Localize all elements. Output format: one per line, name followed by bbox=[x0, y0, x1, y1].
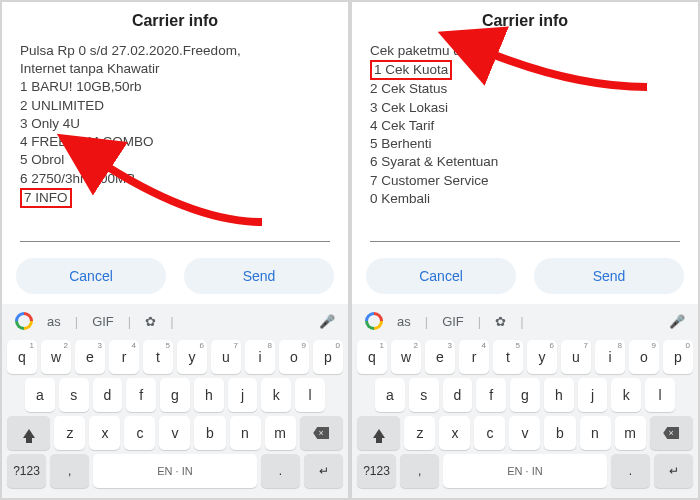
key-b[interactable]: b bbox=[544, 416, 575, 450]
key-a[interactable]: a bbox=[25, 378, 55, 412]
highlighted-option: 1 Cek Kuota bbox=[370, 60, 452, 80]
key-d[interactable]: d bbox=[443, 378, 473, 412]
send-button[interactable]: Send bbox=[534, 258, 684, 294]
line: 5 Obrol bbox=[20, 151, 330, 169]
key-row-3: zxcvbnm × bbox=[357, 416, 693, 450]
suggestion[interactable]: GIF bbox=[92, 314, 114, 329]
key-l[interactable]: l bbox=[295, 378, 325, 412]
ussd-input[interactable] bbox=[370, 224, 680, 242]
key-v[interactable]: v bbox=[509, 416, 540, 450]
ussd-dialog: Carrier info Pulsa Rp 0 s/d 27.02.2020.F… bbox=[2, 2, 348, 246]
key-f[interactable]: f bbox=[126, 378, 156, 412]
key-z[interactable]: z bbox=[404, 416, 435, 450]
google-icon[interactable] bbox=[365, 312, 383, 330]
cancel-button[interactable]: Cancel bbox=[16, 258, 166, 294]
key-k[interactable]: k bbox=[611, 378, 641, 412]
key-m[interactable]: m bbox=[615, 416, 646, 450]
key-f[interactable]: f bbox=[476, 378, 506, 412]
dialog-buttons: Cancel Send bbox=[2, 246, 348, 304]
key-q[interactable]: q1 bbox=[7, 340, 37, 374]
key-h[interactable]: h bbox=[194, 378, 224, 412]
key-x[interactable]: x bbox=[439, 416, 470, 450]
key-row-2: asdfghjkl bbox=[357, 378, 693, 412]
key-n[interactable]: n bbox=[580, 416, 611, 450]
comma-key[interactable]: , bbox=[400, 454, 439, 488]
mic-icon[interactable]: 🎤 bbox=[669, 314, 685, 329]
key-x[interactable]: x bbox=[89, 416, 120, 450]
backspace-key[interactable]: × bbox=[650, 416, 693, 450]
key-e[interactable]: e3 bbox=[75, 340, 105, 374]
google-icon[interactable] bbox=[15, 312, 33, 330]
line: 3 Cek Lokasi bbox=[370, 99, 680, 117]
backspace-key[interactable]: × bbox=[300, 416, 343, 450]
send-button[interactable]: Send bbox=[184, 258, 334, 294]
key-s[interactable]: s bbox=[59, 378, 89, 412]
key-a[interactable]: a bbox=[375, 378, 405, 412]
key-l[interactable]: l bbox=[645, 378, 675, 412]
key-t[interactable]: t5 bbox=[143, 340, 173, 374]
key-b[interactable]: b bbox=[194, 416, 225, 450]
period-key[interactable]: . bbox=[261, 454, 300, 488]
key-i[interactable]: i8 bbox=[245, 340, 275, 374]
key-u[interactable]: u7 bbox=[211, 340, 241, 374]
key-v[interactable]: v bbox=[159, 416, 190, 450]
enter-key[interactable]: ↵ bbox=[654, 454, 693, 488]
key-k[interactable]: k bbox=[261, 378, 291, 412]
key-p[interactable]: p0 bbox=[663, 340, 693, 374]
key-g[interactable]: g bbox=[160, 378, 190, 412]
shift-key[interactable] bbox=[7, 416, 50, 450]
suggestion[interactable]: ✿ bbox=[495, 314, 506, 329]
line: 6 Syarat & Ketentuan bbox=[370, 153, 680, 171]
suggestion[interactable]: ✿ bbox=[145, 314, 156, 329]
key-e[interactable]: e3 bbox=[425, 340, 455, 374]
suggestion-bar: as| GIF| ✿| 🎤 bbox=[355, 308, 695, 336]
key-y[interactable]: y6 bbox=[177, 340, 207, 374]
key-j[interactable]: j bbox=[228, 378, 258, 412]
cancel-button[interactable]: Cancel bbox=[366, 258, 516, 294]
comma-key[interactable]: , bbox=[50, 454, 89, 488]
enter-key[interactable]: ↵ bbox=[304, 454, 343, 488]
key-t[interactable]: t5 bbox=[493, 340, 523, 374]
key-q[interactable]: q1 bbox=[357, 340, 387, 374]
key-p[interactable]: p0 bbox=[313, 340, 343, 374]
key-c[interactable]: c bbox=[474, 416, 505, 450]
suggestion[interactable]: as bbox=[47, 314, 61, 329]
line: 4 Cek Tarif bbox=[370, 117, 680, 135]
suggestion[interactable]: as bbox=[397, 314, 411, 329]
line: 5 Berhenti bbox=[370, 135, 680, 153]
space-key[interactable]: EN · IN bbox=[93, 454, 257, 488]
key-r[interactable]: r4 bbox=[459, 340, 489, 374]
key-m[interactable]: m bbox=[265, 416, 296, 450]
keyboard: as| GIF| ✿| 🎤 q1w2e3r4t5y6u7i8o9p0 asdfg… bbox=[352, 304, 698, 498]
key-row-3: zxcvbnm × bbox=[7, 416, 343, 450]
space-key[interactable]: EN · IN bbox=[443, 454, 607, 488]
key-r[interactable]: r4 bbox=[109, 340, 139, 374]
key-z[interactable]: z bbox=[54, 416, 85, 450]
key-c[interactable]: c bbox=[124, 416, 155, 450]
key-y[interactable]: y6 bbox=[527, 340, 557, 374]
key-h[interactable]: h bbox=[544, 378, 574, 412]
symbols-key[interactable]: ?123 bbox=[357, 454, 396, 488]
highlighted-option: 7 INFO bbox=[20, 188, 72, 208]
line: 2 Cek Status bbox=[370, 80, 680, 98]
line: 2 UNLIMITED bbox=[20, 97, 330, 115]
key-j[interactable]: j bbox=[578, 378, 608, 412]
key-s[interactable]: s bbox=[409, 378, 439, 412]
key-w[interactable]: w2 bbox=[391, 340, 421, 374]
key-row-1: q1w2e3r4t5y6u7i8o9p0 bbox=[357, 340, 693, 374]
shift-key[interactable] bbox=[357, 416, 400, 450]
ussd-input[interactable] bbox=[20, 224, 330, 242]
key-g[interactable]: g bbox=[510, 378, 540, 412]
key-i[interactable]: i8 bbox=[595, 340, 625, 374]
key-o[interactable]: o9 bbox=[629, 340, 659, 374]
dialog-buttons: Cancel Send bbox=[352, 246, 698, 304]
key-w[interactable]: w2 bbox=[41, 340, 71, 374]
period-key[interactable]: . bbox=[611, 454, 650, 488]
key-d[interactable]: d bbox=[93, 378, 123, 412]
key-n[interactable]: n bbox=[230, 416, 261, 450]
suggestion[interactable]: GIF bbox=[442, 314, 464, 329]
mic-icon[interactable]: 🎤 bbox=[319, 314, 335, 329]
key-u[interactable]: u7 bbox=[561, 340, 591, 374]
symbols-key[interactable]: ?123 bbox=[7, 454, 46, 488]
key-o[interactable]: o9 bbox=[279, 340, 309, 374]
